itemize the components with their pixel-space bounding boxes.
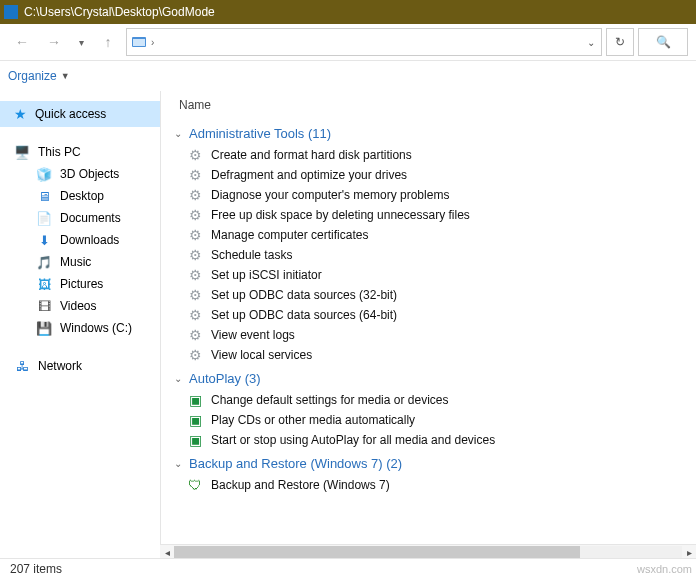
organize-label: Organize: [8, 69, 57, 83]
list-item[interactable]: ▣Play CDs or other media automatically: [167, 410, 696, 430]
list-item[interactable]: ⚙Set up ODBC data sources (64-bit): [167, 305, 696, 325]
list-item[interactable]: ⚙Set up iSCSI initiator: [167, 265, 696, 285]
list-item[interactable]: ⚙Schedule tasks: [167, 245, 696, 265]
scroll-right-button[interactable]: ▸: [682, 547, 696, 558]
list-item[interactable]: ⚙Defragment and optimize your drives: [167, 165, 696, 185]
play-icon: ▣: [187, 392, 203, 408]
item-count: 207 items: [10, 562, 62, 576]
folder-icon: 📄: [36, 210, 52, 226]
folder-icon: 🎞: [36, 298, 52, 314]
title-bar: C:\Users\Crystal\Desktop\GodMode: [0, 0, 696, 24]
scroll-track[interactable]: [174, 546, 682, 558]
group-header[interactable]: ⌄Administrative Tools (11): [167, 120, 696, 145]
network-label: Network: [38, 359, 82, 373]
item-label: Free up disk space by deleting unnecessa…: [211, 208, 470, 222]
folder-icon: 🖥: [36, 188, 52, 204]
item-label: Play CDs or other media automatically: [211, 413, 415, 427]
chevron-down-icon: ⌄: [171, 373, 185, 384]
gear-icon: ⚙: [187, 247, 203, 263]
up-button[interactable]: ↑: [94, 28, 122, 56]
sidebar-item-label: 3D Objects: [60, 167, 119, 181]
column-header-name[interactable]: Name: [179, 98, 211, 112]
pc-icon: 🖥️: [14, 144, 30, 160]
sidebar-item-label: Desktop: [60, 189, 104, 203]
gear-icon: ⚙: [187, 207, 203, 223]
sidebar-item-quick-access[interactable]: ★ Quick access: [0, 101, 160, 127]
quick-access-label: Quick access: [35, 107, 106, 121]
folder-icon: ⬇: [36, 232, 52, 248]
list-item[interactable]: ⚙Set up ODBC data sources (32-bit): [167, 285, 696, 305]
group-title: Administrative Tools (11): [189, 126, 331, 141]
sidebar-item[interactable]: 🎞Videos: [0, 295, 160, 317]
sidebar-item-this-pc[interactable]: 🖥️ This PC: [0, 141, 160, 163]
list-item[interactable]: ⚙Diagnose your computer's memory problem…: [167, 185, 696, 205]
sidebar-item[interactable]: ⬇Downloads: [0, 229, 160, 251]
address-dropdown[interactable]: ⌄: [587, 37, 595, 48]
file-list-content: ⌄Administrative Tools (11)⚙Create and fo…: [161, 120, 696, 544]
file-list: Name ⌄Administrative Tools (11)⚙Create a…: [161, 91, 696, 544]
sidebar-item-label: Downloads: [60, 233, 119, 247]
recent-locations-button[interactable]: ▾: [72, 28, 90, 56]
item-label: Defragment and optimize your drives: [211, 168, 407, 182]
gear-icon: ⚙: [187, 287, 203, 303]
list-item[interactable]: ▣Start or stop using AutoPlay for all me…: [167, 430, 696, 450]
item-label: Set up ODBC data sources (64-bit): [211, 308, 397, 322]
refresh-button[interactable]: ↻: [606, 28, 634, 56]
hscroll-region: ◂ ▸: [160, 544, 696, 558]
organize-button[interactable]: Organize ▼: [8, 69, 70, 83]
sidebar-item[interactable]: 🎵Music: [0, 251, 160, 273]
status-bar: 207 items wsxdn.com: [0, 558, 696, 578]
gear-icon: ⚙: [187, 147, 203, 163]
search-input[interactable]: 🔍: [638, 28, 688, 56]
item-label: Set up iSCSI initiator: [211, 268, 322, 282]
group-header[interactable]: ⌄Backup and Restore (Windows 7) (2): [167, 450, 696, 475]
sidebar-item[interactable]: 🖼Pictures: [0, 273, 160, 295]
sidebar-item[interactable]: 🖥Desktop: [0, 185, 160, 207]
list-item[interactable]: ⚙Create and format hard disk partitions: [167, 145, 696, 165]
address-bar[interactable]: › ⌄: [126, 28, 602, 56]
horizontal-scrollbar[interactable]: ◂ ▸: [160, 544, 696, 559]
play-icon: ▣: [187, 432, 203, 448]
column-header-row: Name: [161, 91, 696, 120]
list-item[interactable]: 🛡Backup and Restore (Windows 7): [167, 475, 696, 495]
sidebar-item-label: Videos: [60, 299, 96, 313]
scroll-thumb[interactable]: [174, 546, 580, 558]
scroll-left-button[interactable]: ◂: [160, 547, 174, 558]
sidebar-item-network[interactable]: 🖧 Network: [0, 355, 160, 377]
group-title: Backup and Restore (Windows 7) (2): [189, 456, 402, 471]
group-header[interactable]: ⌄AutoPlay (3): [167, 365, 696, 390]
sidebar-group-this-pc: 🖥️ This PC 🧊3D Objects🖥Desktop📄Documents…: [0, 141, 160, 339]
sidebar-item[interactable]: 📄Documents: [0, 207, 160, 229]
list-item[interactable]: ⚙Manage computer certificates: [167, 225, 696, 245]
item-label: Start or stop using AutoPlay for all med…: [211, 433, 495, 447]
folder-icon: 🖼: [36, 276, 52, 292]
gear-icon: ⚙: [187, 307, 203, 323]
group-title: AutoPlay (3): [189, 371, 261, 386]
nav-bar: ← → ▾ ↑ › ⌄ ↻ 🔍: [0, 24, 696, 60]
list-item[interactable]: ⚙View event logs: [167, 325, 696, 345]
sidebar-item-label: Music: [60, 255, 91, 269]
sidebar-item-label: Pictures: [60, 277, 103, 291]
gear-icon: ⚙: [187, 227, 203, 243]
list-item[interactable]: ⚙Free up disk space by deleting unnecess…: [167, 205, 696, 225]
svg-rect-1: [133, 39, 145, 46]
chevron-down-icon: ⌄: [171, 458, 185, 469]
command-bar: Organize ▼: [0, 61, 696, 91]
gear-icon: ⚙: [187, 167, 203, 183]
body: ★ Quick access 🖥️ This PC 🧊3D Objects🖥De…: [0, 91, 696, 544]
restore-icon: 🛡: [187, 477, 203, 493]
list-item[interactable]: ⚙View local services: [167, 345, 696, 365]
app-icon: [4, 5, 18, 19]
item-label: Change default settings for media or dev…: [211, 393, 448, 407]
item-label: Manage computer certificates: [211, 228, 368, 242]
chevron-right-icon: ›: [151, 37, 154, 48]
folder-icon: 🧊: [36, 166, 52, 182]
network-icon: 🖧: [14, 358, 30, 374]
forward-button[interactable]: →: [40, 28, 68, 56]
navigation-pane: ★ Quick access 🖥️ This PC 🧊3D Objects🖥De…: [0, 91, 161, 544]
back-button[interactable]: ←: [8, 28, 36, 56]
sidebar-item[interactable]: 🧊3D Objects: [0, 163, 160, 185]
sidebar-item[interactable]: 💾Windows (C:): [0, 317, 160, 339]
list-item[interactable]: ▣Change default settings for media or de…: [167, 390, 696, 410]
sidebar-item-label: Windows (C:): [60, 321, 132, 335]
